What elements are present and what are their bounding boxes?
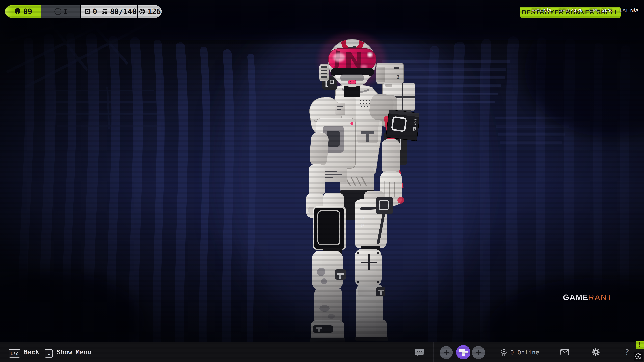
counter-value: 0	[93, 7, 97, 16]
sync-icon	[635, 353, 642, 360]
watermark: GAMERANT	[563, 293, 612, 302]
counter-badge: 80/140	[100, 5, 137, 18]
back-button[interactable]: Back	[24, 349, 39, 356]
sync-emblem-button[interactable]	[634, 352, 643, 361]
online-count-label[interactable]: 0 Online	[510, 349, 539, 356]
pack-mark: 2	[396, 74, 400, 80]
module-icon	[84, 8, 91, 15]
show-menu-button[interactable]: Show Menu	[57, 349, 91, 356]
divider	[612, 342, 612, 362]
unit-badge: 09	[5, 5, 40, 18]
notification-badge[interactable]: !	[636, 341, 644, 349]
perf-separator	[555, 8, 555, 13]
counter-badge: 126	[138, 5, 162, 18]
counter-badge: 0	[81, 5, 100, 18]
mode-badge-value: I	[64, 7, 68, 16]
top-hud-badges: 09 I 0	[5, 5, 162, 18]
circle-outline-icon	[54, 7, 62, 15]
watermark-game: GAME	[563, 293, 588, 302]
avatar-glyph	[456, 345, 470, 360]
perf-separator	[616, 8, 616, 13]
help-button[interactable]: ?	[625, 348, 629, 356]
ammo-stack-icon	[101, 8, 108, 15]
perf-lat: LAT N/A	[620, 7, 639, 13]
perf-separator	[586, 8, 586, 13]
esc-key-icon: Esc	[9, 349, 20, 358]
voice-avatar-button[interactable]	[456, 345, 470, 360]
settings-gear-icon[interactable]	[592, 348, 600, 357]
perf-fps: FPS N/A	[532, 7, 552, 13]
performance-overlay: FPS N/A GPU 41 % CPU 51 % LAT N/A	[532, 7, 639, 13]
mail-icon[interactable]	[560, 349, 569, 357]
helmet-icon	[14, 7, 22, 15]
plus-icon	[475, 349, 482, 356]
perf-cpu: CPU 51 %	[589, 7, 613, 13]
c-key-icon: C	[44, 349, 53, 358]
counter-value: 80/140	[110, 7, 137, 16]
online-players-icon	[500, 349, 508, 357]
game-screen: 2	[0, 0, 644, 362]
voice-slot-right-button[interactable]	[472, 346, 485, 359]
perf-gpu: GPU 41 %	[559, 7, 582, 13]
divider	[404, 342, 405, 362]
character-model: 2	[285, 25, 419, 342]
wheel-icon	[138, 8, 146, 15]
voice-slot-left-button[interactable]	[440, 346, 453, 359]
chat-icon[interactable]	[415, 348, 424, 357]
divider	[580, 342, 580, 362]
counter-value: 126	[148, 7, 161, 16]
plus-icon	[443, 349, 450, 356]
mode-badge: I	[42, 5, 80, 18]
thigh-mark-b7: B7	[360, 224, 364, 227]
bottom-bar: Esc Back C Show Menu	[0, 342, 644, 362]
unit-badge-value: 09	[23, 7, 32, 16]
watermark-rant: RANT	[588, 293, 612, 302]
divider	[433, 342, 434, 362]
divider	[548, 342, 548, 362]
character-viewport[interactable]: 2	[0, 0, 644, 342]
divider	[491, 342, 491, 362]
thigh-mark-c4: C4	[360, 216, 364, 219]
